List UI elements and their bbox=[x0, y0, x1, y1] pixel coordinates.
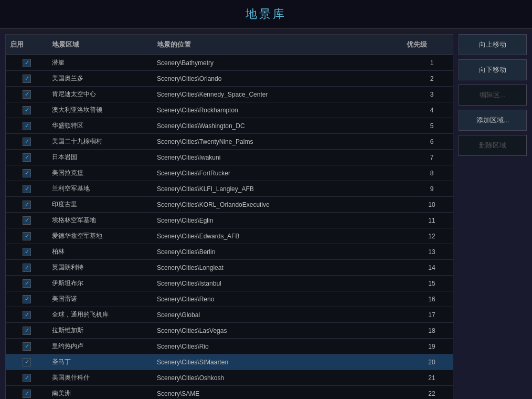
table-row[interactable]: 拉斯维加斯 Scenery\Cities\LasVegas 18 bbox=[6, 323, 453, 339]
row-path: Scenery\Cities\StMaarten bbox=[153, 355, 411, 369]
row-name: 潜艇 bbox=[48, 56, 153, 69]
table-row[interactable]: 柏林 Scenery\Cities\Berlin 13 bbox=[6, 244, 453, 260]
table-row[interactable]: 里约热内卢 Scenery\Cities\Rio 19 bbox=[6, 339, 453, 354]
row-checkbox[interactable] bbox=[23, 295, 31, 303]
row-name: 拉斯维加斯 bbox=[48, 324, 153, 337]
delete-button[interactable]: 删除区域 bbox=[459, 135, 527, 156]
row-checkbox[interactable] bbox=[23, 390, 31, 398]
row-name: 美国奥什科什 bbox=[48, 371, 153, 384]
row-checkbox[interactable] bbox=[23, 216, 31, 225]
table-row[interactable]: 日本岩国 Scenery\Cities\Iwakuni 7 bbox=[6, 150, 453, 165]
move-down-button[interactable]: 向下移动 bbox=[459, 59, 527, 80]
table-row[interactable]: 全球，通用的飞机库 Scenery\Global 17 bbox=[6, 307, 453, 323]
row-priority: 19 bbox=[411, 340, 453, 353]
table-row[interactable]: 英国朗利特 Scenery\Cities\Longleat 14 bbox=[6, 260, 453, 276]
row-checkbox[interactable] bbox=[23, 138, 31, 146]
row-checkbox[interactable] bbox=[23, 279, 31, 288]
row-priority: 10 bbox=[411, 198, 453, 211]
row-checkbox-cell bbox=[6, 151, 48, 164]
table-header: 启用 地景区域 地景的位置 优先级 bbox=[6, 35, 453, 55]
title-bar: 地景库 bbox=[0, 0, 532, 29]
row-checkbox[interactable] bbox=[23, 153, 31, 162]
row-checkbox[interactable] bbox=[23, 122, 31, 130]
col-priority: 优先级 bbox=[402, 38, 444, 51]
row-path: Scenery\Cities\FortRucker bbox=[153, 166, 411, 180]
row-priority: 6 bbox=[411, 135, 453, 148]
row-checkbox[interactable] bbox=[23, 232, 31, 240]
row-priority: 2 bbox=[411, 72, 453, 85]
row-priority: 22 bbox=[411, 387, 453, 399]
edit-button[interactable]: 编辑区... bbox=[459, 85, 527, 106]
row-priority: 14 bbox=[411, 261, 453, 274]
table-row[interactable]: 美国拉克堡 Scenery\Cities\FortRucker 8 bbox=[6, 165, 453, 181]
row-checkbox-cell bbox=[6, 245, 48, 258]
table-row[interactable]: 美国奥什科什 Scenery\Cities\Oshkosh 21 bbox=[6, 370, 453, 386]
row-name: 里约热内卢 bbox=[48, 340, 153, 353]
row-checkbox-cell bbox=[6, 72, 48, 85]
row-checkbox-cell bbox=[6, 119, 48, 132]
row-name: 爱德华兹空军基地 bbox=[48, 229, 153, 243]
table-row[interactable]: 肯尼迪太空中心 Scenery\Cities\Kennedy_Space_Cen… bbox=[6, 87, 453, 102]
row-path: Scenery\Cities\Washington_DC bbox=[153, 119, 411, 132]
row-path: Scenery\Cities\KLFI_Langley_AFB bbox=[153, 182, 411, 195]
row-checkbox-cell bbox=[6, 103, 48, 117]
row-path: Scenery\Cities\Istanbul bbox=[153, 277, 411, 290]
page-title: 地景库 bbox=[246, 7, 286, 20]
row-checkbox-cell bbox=[6, 135, 48, 148]
row-checkbox[interactable] bbox=[23, 169, 31, 177]
row-checkbox-cell bbox=[6, 182, 48, 195]
row-path: Scenery\Cities\Reno bbox=[153, 292, 411, 306]
table-row[interactable]: 美国奥兰多 Scenery\Cities\Orlando 2 bbox=[6, 71, 453, 87]
row-name: 肯尼迪太空中心 bbox=[48, 88, 153, 101]
table-row[interactable]: 伊斯坦布尔 Scenery\Cities\Istanbul 15 bbox=[6, 276, 453, 291]
table-row[interactable]: 埃格林空军基地 Scenery\Cities\Eglin 11 bbox=[6, 213, 453, 228]
row-path: Scenery\Bathymetry bbox=[153, 56, 411, 69]
row-checkbox[interactable] bbox=[23, 201, 31, 209]
row-priority: 4 bbox=[411, 103, 453, 117]
table-panel: 启用 地景区域 地景的位置 优先级 潜艇 Scenery\Bathymetry … bbox=[5, 34, 453, 399]
row-checkbox[interactable] bbox=[23, 90, 31, 99]
col-path: 地景的位置 bbox=[153, 38, 402, 51]
table-row[interactable]: 爱德华兹空军基地 Scenery\Cities\Edwards_AFB 12 bbox=[6, 228, 453, 244]
row-priority: 20 bbox=[411, 355, 453, 369]
right-panel: 向上移动 向下移动 编辑区... 添加区域... 删除区域 bbox=[459, 34, 527, 399]
row-path: Scenery\Cities\Longleat bbox=[153, 261, 411, 274]
table-row[interactable]: 圣马丁 Scenery\Cities\StMaarten 20 bbox=[6, 354, 453, 370]
table-row[interactable]: 华盛顿特区 Scenery\Cities\Washington_DC 5 bbox=[6, 118, 453, 134]
row-checkbox[interactable] bbox=[23, 358, 31, 366]
row-checkbox-cell bbox=[6, 340, 48, 353]
table-row[interactable]: 美国雷诺 Scenery\Cities\Reno 16 bbox=[6, 291, 453, 307]
table-body[interactable]: 潜艇 Scenery\Bathymetry 1 美国奥兰多 Scenery\Ci… bbox=[6, 55, 453, 399]
row-checkbox[interactable] bbox=[23, 248, 31, 256]
row-name: 英国朗利特 bbox=[48, 261, 153, 274]
row-checkbox[interactable] bbox=[23, 106, 31, 114]
table-row[interactable]: 印度古里 Scenery\Cities\KORL_OrlandoExecutiv… bbox=[6, 197, 453, 213]
row-path: Scenery\Cities\Berlin bbox=[153, 245, 411, 258]
row-name: 印度古里 bbox=[48, 198, 153, 211]
table-row[interactable]: 南美洲 Scenery\SAME 22 bbox=[6, 386, 453, 399]
row-checkbox[interactable] bbox=[23, 75, 31, 83]
row-path: Scenery\Cities\Oshkosh bbox=[153, 371, 411, 384]
row-checkbox[interactable] bbox=[23, 342, 31, 351]
table-row[interactable]: 潜艇 Scenery\Bathymetry 1 bbox=[6, 55, 453, 71]
add-button[interactable]: 添加区域... bbox=[459, 110, 527, 131]
row-checkbox-cell bbox=[6, 261, 48, 274]
table-row[interactable]: 澳大利亚洛坎普顿 Scenery\Cities\Rockhampton 4 bbox=[6, 102, 453, 118]
row-priority: 1 bbox=[411, 56, 453, 69]
move-up-button[interactable]: 向上移动 bbox=[459, 34, 527, 55]
table-row[interactable]: 兰利空军基地 Scenery\Cities\KLFI_Langley_AFB 9 bbox=[6, 181, 453, 197]
row-checkbox[interactable] bbox=[23, 311, 31, 319]
table-row[interactable]: 美国二十九棕榈村 Scenery\Cities\TwentyNine_Palms… bbox=[6, 134, 453, 150]
row-checkbox[interactable] bbox=[23, 327, 31, 335]
row-path: Scenery\SAME bbox=[153, 387, 411, 399]
row-name: 兰利空军基地 bbox=[48, 182, 153, 195]
row-priority: 13 bbox=[411, 245, 453, 258]
row-checkbox[interactable] bbox=[23, 185, 31, 193]
row-checkbox-cell bbox=[6, 387, 48, 399]
row-checkbox[interactable] bbox=[23, 264, 31, 272]
row-checkbox[interactable] bbox=[23, 59, 31, 67]
row-checkbox[interactable] bbox=[23, 374, 31, 382]
row-checkbox-cell bbox=[6, 198, 48, 211]
row-checkbox-cell bbox=[6, 292, 48, 306]
row-name: 圣马丁 bbox=[48, 355, 153, 369]
